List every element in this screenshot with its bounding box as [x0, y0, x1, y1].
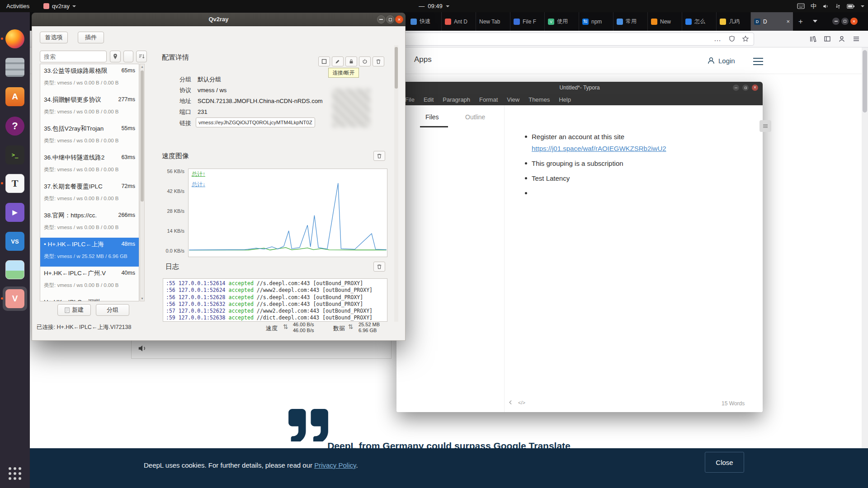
browser-tab[interactable]: 快速 [407, 12, 442, 31]
dock-item-software[interactable]: A [5, 87, 24, 106]
search-input[interactable] [40, 51, 107, 62]
menu-themes[interactable]: Themes [524, 96, 554, 103]
menu-edit[interactable]: Edit [419, 96, 438, 103]
server-list-item[interactable]: 37.长期套餐覆盖IPLC72ms类型: vmess / ws 0.00 B /… [40, 180, 139, 209]
bookmark-star-icon[interactable] [740, 33, 751, 45]
maximize-button[interactable] [841, 18, 849, 25]
hyperlink[interactable]: https://j01.space/waf/rAOIEGWKZSRb2iwU2 [532, 145, 666, 152]
tab-files[interactable]: Files [425, 113, 439, 121]
legend-item[interactable]: 总计↓ [192, 181, 205, 188]
minimize-button[interactable] [733, 84, 739, 91]
minimize-button[interactable] [832, 18, 840, 25]
server-list-item[interactable]: 36.中继中转隧道线路263ms类型: vmess / ws 0.00 B / … [40, 151, 139, 180]
browser-tab[interactable]: 几鸡 [717, 12, 751, 31]
browser-tab[interactable]: New Tab [476, 12, 510, 31]
share-link-input[interactable] [196, 117, 315, 127]
browser-tab[interactable]: 常用 [613, 12, 648, 31]
new-config-button[interactable]: 新建 [57, 304, 91, 316]
dock-item-photos[interactable] [5, 260, 24, 279]
clock[interactable]: — 09:49 [419, 0, 449, 12]
cookie-close-button[interactable]: Close [705, 452, 744, 473]
page-actions-icon[interactable]: … [712, 33, 723, 45]
menu-paragraph[interactable]: Paragraph [438, 96, 475, 103]
dock-item-help[interactable]: ? [5, 117, 24, 136]
browser-tab[interactable]: Ant D [442, 12, 476, 31]
account-icon[interactable] [836, 33, 848, 45]
server-list-item[interactable]: H+.HK←IPLC←广州.V40ms类型: vmess / ws 0.00 B… [40, 267, 139, 296]
clear-log-button[interactable] [373, 262, 385, 272]
sort-button[interactable] [136, 51, 147, 62]
login-button[interactable]: Login [707, 56, 735, 65]
privacy-policy-link[interactable]: Privacy Policy [314, 461, 356, 469]
show-applications-icon[interactable] [9, 467, 22, 481]
maximize-button[interactable] [742, 84, 749, 91]
group-button[interactable]: 分组 [96, 304, 129, 316]
page-widget[interactable] [760, 120, 771, 132]
server-list[interactable]: 33.公益等级線路嚴格限65ms类型: vmess / ws 0.00 B / … [40, 64, 139, 301]
tab-close-icon[interactable]: × [786, 18, 790, 25]
server-list-item[interactable]: 38.官网：https://cc.266ms类型: vmess / ws 0.0… [40, 209, 139, 238]
delete-config-button[interactable] [373, 56, 384, 66]
new-tab-button[interactable]: + [795, 16, 807, 28]
tab-outline[interactable]: Outline [465, 113, 485, 121]
close-button[interactable] [850, 18, 858, 25]
connect-disconnect-button[interactable] [359, 56, 371, 66]
browser-tab[interactable]: 怎么 [682, 12, 717, 31]
menu-hamburger-icon[interactable] [850, 33, 862, 45]
activities-button[interactable]: Activities [6, 0, 29, 12]
dock-item-files[interactable] [5, 58, 24, 77]
speaker-icon[interactable] [137, 343, 147, 355]
browser-tab[interactable]: File F [510, 12, 545, 31]
log-output[interactable]: :55 127.0.0.1:52614 accepted //s.deepl.c… [163, 278, 387, 322]
browser-tab[interactable]: New [648, 12, 682, 31]
page-scrollbar[interactable] [862, 47, 868, 448]
tab-overflow-chevron-icon[interactable] [813, 20, 817, 23]
dock-item-terminal[interactable]: >_ [5, 145, 24, 164]
scroll-up-icon[interactable]: ▲ [140, 65, 144, 68]
server-list-item[interactable]: • H+.HK←IPLC←上海48ms类型: vmess / w 25.52 M… [40, 238, 139, 267]
menu-format[interactable]: Format [475, 96, 502, 103]
dock-item-send-app[interactable]: ▶ [5, 203, 24, 222]
scrollbar-thumb[interactable] [863, 50, 867, 113]
scrollbar-thumb[interactable] [395, 47, 398, 89]
server-list-item[interactable]: 35.包括V2ray和Trojan55ms类型: vmess / ws 0.00… [40, 122, 139, 151]
maximize-button[interactable] [386, 15, 394, 23]
server-list-item[interactable]: 33.公益等级線路嚴格限65ms类型: vmess / ws 0.00 B / … [40, 64, 139, 93]
source-mode-icon[interactable]: </> [518, 400, 525, 405]
browser-tab[interactable]: 知npm [579, 12, 613, 31]
close-button[interactable] [395, 15, 403, 23]
shield-icon[interactable] [726, 33, 738, 45]
system-tray[interactable]: 中 [797, 0, 864, 12]
server-list-scrollbar[interactable]: ▲ ▼ [140, 64, 145, 301]
plugins-button[interactable]: 插件 [78, 32, 104, 43]
dock-item-qv2ray[interactable]: V [5, 289, 24, 308]
json-edit-button[interactable] [345, 56, 357, 66]
typora-titlebar[interactable]: Untitled*- Typora [396, 82, 763, 94]
deepl-nav-apps[interactable]: Apps [414, 55, 432, 64]
dock-item-firefox[interactable] [5, 29, 24, 48]
browser-tab[interactable]: DD× [751, 12, 793, 31]
scrollbar-thumb[interactable] [141, 70, 144, 202]
focused-app-menu[interactable]: qv2ray [43, 0, 76, 12]
library-icon[interactable] [807, 33, 819, 45]
legend-item[interactable]: 总计↑ [192, 170, 205, 178]
server-list-item[interactable]: 34.捐贈解锁更多协议277ms类型: vmess / ws 0.00 B / … [40, 93, 139, 122]
server-list-item[interactable]: H+.HK←IPLC←深圳 [40, 296, 139, 301]
preferences-button[interactable]: 首选项 [40, 32, 68, 43]
dock-item-typora[interactable]: T [5, 174, 24, 193]
deepl-menu-icon[interactable] [753, 58, 763, 67]
dock-item-vscode[interactable]: VS [5, 232, 24, 251]
close-button[interactable] [752, 84, 758, 91]
sidebar-icon[interactable] [821, 33, 833, 45]
sidebar-toggle-icon[interactable] [508, 399, 514, 405]
minimize-button[interactable] [377, 15, 385, 23]
blank-tool-button[interactable] [123, 51, 133, 62]
qr-button[interactable] [318, 56, 330, 66]
qv2ray-titlebar[interactable]: Qv2ray [32, 13, 406, 26]
menu-help[interactable]: Help [554, 96, 576, 103]
menu-view[interactable]: View [502, 96, 524, 103]
document-content[interactable]: Register an account at this sitehttps://… [520, 132, 737, 204]
clear-graph-button[interactable] [373, 151, 385, 161]
edit-button[interactable] [332, 56, 344, 66]
latency-pin-button[interactable] [110, 51, 121, 62]
